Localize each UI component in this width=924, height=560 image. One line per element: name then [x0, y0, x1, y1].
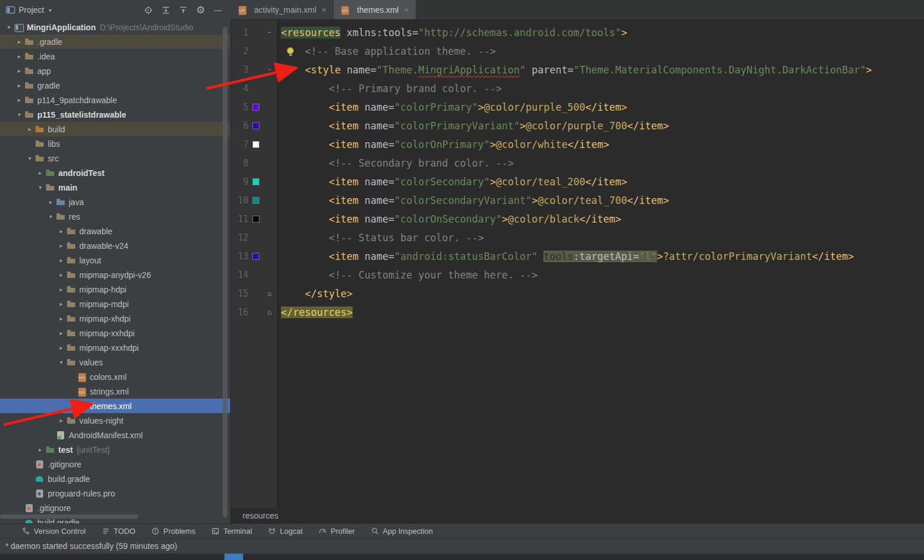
code-line-2[interactable]: 2 <!-- Base application theme. -->	[231, 42, 924, 61]
code-line-15[interactable]: 15⌂ </style>	[231, 284, 924, 303]
tree-item-drawable[interactable]: ▸drawable	[0, 224, 230, 238]
code-line-11[interactable]: 11 <item name="colorOnSecondary">@color/…	[231, 210, 924, 228]
color-swatch[interactable]	[252, 216, 259, 223]
chevron-right-icon[interactable]: ▸	[56, 257, 66, 263]
tree-item-test[interactable]: ▸test[unitTest]	[0, 442, 230, 457]
color-swatch[interactable]	[252, 122, 259, 129]
collapse-all-icon[interactable]	[176, 3, 190, 17]
chevron-right-icon[interactable]: ▸	[56, 272, 66, 278]
fold-marker-icon[interactable]: ⌂	[264, 309, 275, 316]
code-area[interactable]: 1−<resources xmlns:tools="http://schemas…	[231, 20, 924, 508]
toolwindow-terminal[interactable]: Terminal	[212, 527, 252, 536]
chevron-down-icon[interactable]: ▾	[45, 213, 56, 220]
panel-title[interactable]: Project	[19, 5, 44, 15]
tree-item-strings-xml[interactable]: strings.xml	[0, 384, 230, 399]
color-swatch[interactable]	[252, 178, 259, 185]
chevron-right-icon[interactable]: ▸	[35, 446, 45, 453]
chevron-right-icon[interactable]: ▸	[24, 126, 35, 132]
hide-panel-icon[interactable]: —	[211, 3, 225, 17]
code-line-12[interactable]: 12 <!-- Status bar color. -->	[231, 228, 924, 247]
chevron-down-icon[interactable]: ▾	[49, 7, 52, 13]
tree-item-mingriapplication[interactable]: ▾MingriApplicationD:\Projects\AndroidStu…	[0, 20, 230, 34]
chevron-right-icon[interactable]: ▸	[14, 97, 24, 103]
toolwindow-todo[interactable]: TODO	[102, 527, 135, 536]
toolwindow-problems[interactable]: Problems	[152, 527, 195, 536]
tree-item-mipmap-anydpi-v26[interactable]: ▸mipmap-anydpi-v26	[0, 267, 230, 282]
code-line-9[interactable]: 9 <item name="colorSecondary">@color/tea…	[231, 172, 924, 191]
tree-horizontal-scrollbar[interactable]	[0, 515, 138, 519]
chevron-right-icon[interactable]: ▸	[56, 286, 66, 293]
chevron-right-icon[interactable]: ▸	[14, 82, 24, 89]
color-swatch[interactable]	[252, 141, 259, 148]
chevron-right-icon[interactable]: ▸	[56, 228, 66, 234]
tree-item-build-gradle[interactable]: build.gradle	[0, 471, 230, 486]
chevron-right-icon[interactable]: ▸	[35, 170, 45, 176]
chevron-right-icon[interactable]: ▸	[56, 242, 66, 249]
tree-item-mipmap-mdpi[interactable]: ▸mipmap-mdpi	[0, 297, 230, 311]
toolwindow-version-control[interactable]: Version Control	[22, 527, 86, 536]
color-swatch[interactable]	[252, 104, 259, 111]
expand-all-icon[interactable]	[159, 3, 173, 17]
tree-item-libs[interactable]: libs	[0, 136, 230, 151]
fold-marker-icon[interactable]: −	[264, 29, 275, 36]
tree-vertical-scrollbar[interactable]	[223, 27, 227, 517]
code-line-10[interactable]: 10 <item name="colorSecondaryVariant">@c…	[231, 191, 924, 210]
tab-themes-xml[interactable]: themes.xml ×	[333, 0, 416, 19]
tree-item-mipmap-xxhdpi[interactable]: ▸mipmap-xxhdpi	[0, 326, 230, 340]
chevron-down-icon[interactable]: ▾	[3, 24, 14, 30]
chevron-right-icon[interactable]: ▸	[56, 330, 66, 336]
tree-item-values-night[interactable]: ▸values-night	[0, 413, 230, 428]
chevron-right-icon[interactable]: ▸	[56, 301, 66, 307]
tree-item-p115-statelistdrawable[interactable]: ▾p115_statelistdrawable	[0, 107, 230, 122]
chevron-right-icon[interactable]: ▸	[56, 344, 66, 351]
tree-item-themes-xml[interactable]: themes.xml	[0, 399, 230, 413]
tree-item-androidmanifest-xml[interactable]: AndroidManifest.xml	[0, 428, 230, 442]
tree-item-java[interactable]: ▸java	[0, 195, 230, 209]
chevron-right-icon[interactable]: ▸	[14, 68, 24, 74]
code-line-5[interactable]: 5 <item name="colorPrimary">@color/purpl…	[231, 98, 924, 117]
tree-item-layout[interactable]: ▸layout	[0, 253, 230, 267]
chevron-down-icon[interactable]: ▾	[35, 184, 45, 191]
code-line-14[interactable]: 14 <!-- Customize your theme here. -->	[231, 266, 924, 284]
tree-item-drawable-v24[interactable]: ▸drawable-v24	[0, 238, 230, 253]
tree-item-mipmap-xxxhdpi[interactable]: ▸mipmap-xxxhdpi	[0, 340, 230, 355]
breadcrumb[interactable]: resources	[231, 508, 924, 523]
tree-item--idea[interactable]: ▸.idea	[0, 49, 230, 64]
tree-item-colors-xml[interactable]: colors.xml	[0, 369, 230, 384]
tree-item--gradle[interactable]: ▸.gradle	[0, 34, 230, 49]
close-icon[interactable]: ×	[321, 5, 327, 15]
toolwindow-logcat[interactable]: Logcat	[268, 527, 303, 536]
settings-gear-icon[interactable]: ⚙	[194, 3, 208, 17]
toolwindow-profiler[interactable]: Profiler	[319, 527, 354, 536]
tree-item-build[interactable]: ▸build	[0, 122, 230, 136]
tree-item-main[interactable]: ▾main	[0, 180, 230, 195]
tree-item--gitignore[interactable]: .gitignore	[0, 457, 230, 471]
chevron-down-icon[interactable]: ▾	[56, 359, 66, 365]
tree-item-p114-9patchdrawable[interactable]: ▸p114_9patchdrawable	[0, 93, 230, 107]
close-icon[interactable]: ×	[403, 5, 409, 15]
code-line-6[interactable]: 6 <item name="colorPrimaryVariant">@colo…	[231, 117, 924, 135]
toolwindow-app-inspection[interactable]: App Inspection	[371, 527, 433, 536]
tree-item-mipmap-hdpi[interactable]: ▸mipmap-hdpi	[0, 282, 230, 297]
tree-item-app[interactable]: ▸app	[0, 64, 230, 78]
breadcrumb-item[interactable]: resources	[243, 511, 278, 520]
chevron-right-icon[interactable]: ▸	[14, 53, 24, 59]
code-line-16[interactable]: 16⌂</resources>	[231, 303, 924, 322]
tab-activity-main-xml[interactable]: activity_main.xml ×	[231, 0, 333, 19]
color-swatch[interactable]	[252, 197, 259, 204]
tree-item--gitignore[interactable]: .gitignore	[0, 501, 230, 515]
code-line-8[interactable]: 8 <!-- Secondary brand color. -->	[231, 154, 924, 172]
chevron-right-icon[interactable]: ▸	[56, 315, 66, 322]
tree-item-src[interactable]: ▾src	[0, 151, 230, 165]
tree-item-gradle[interactable]: ▸gradle	[0, 78, 230, 93]
code-line-7[interactable]: 7 <item name="colorOnPrimary">@color/whi…	[231, 135, 924, 154]
tree-item-androidtest[interactable]: ▸androidTest	[0, 165, 230, 180]
code-line-4[interactable]: 4 <!-- Primary brand color. -->	[231, 79, 924, 98]
chevron-down-icon[interactable]: ▾	[14, 111, 24, 118]
code-line-1[interactable]: 1−<resources xmlns:tools="http://schemas…	[231, 23, 924, 42]
tree-item-proguard-rules-pro[interactable]: proguard-rules.pro	[0, 486, 230, 501]
chevron-right-icon[interactable]: ▸	[56, 417, 66, 424]
chevron-right-icon[interactable]: ▸	[45, 199, 56, 205]
fold-marker-icon[interactable]: ⌂	[264, 290, 275, 297]
code-line-13[interactable]: 13 <item name="android:statusBarColor" t…	[231, 247, 924, 266]
